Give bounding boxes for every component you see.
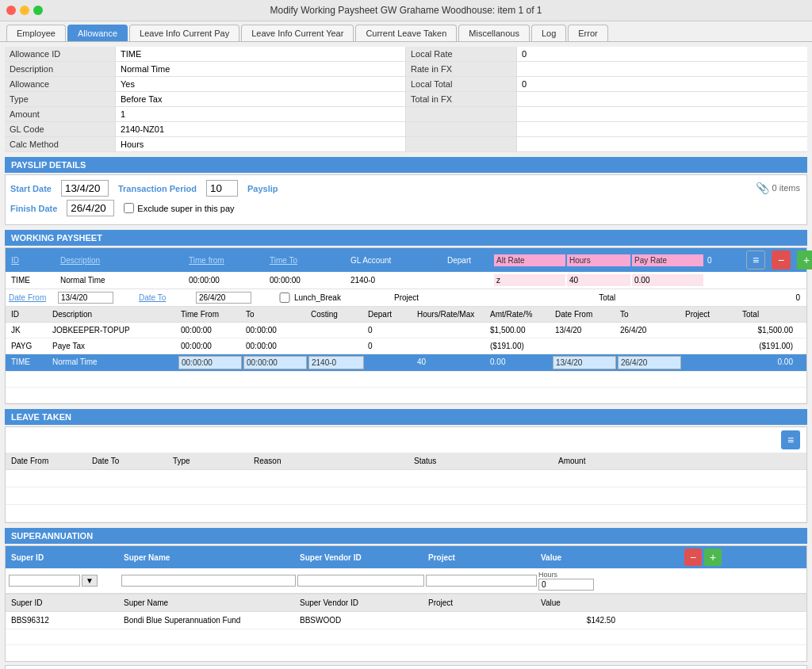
super-empty-row-2 (6, 645, 806, 661)
date-from-label[interactable]: Date From (9, 293, 56, 302)
subrow-payg-description: Paye Tax (50, 340, 177, 352)
super-minus-button[interactable]: − (684, 549, 702, 566)
wp-header-depart: Depart (445, 254, 492, 266)
payslip-start-row: Start Date Transaction Period Payslip (10, 180, 802, 197)
super-value-input[interactable] (538, 579, 594, 591)
lt-header-reason: Reason (251, 455, 410, 467)
leave-taken-toolbar: ≡ (6, 427, 806, 453)
wp-list-button[interactable]: ≡ (746, 250, 765, 270)
super-vendor-id-input[interactable] (297, 575, 424, 587)
wp-header-total: 0 (705, 254, 745, 266)
transaction-period-input[interactable] (206, 180, 238, 197)
wp-header-hours: Hours (567, 254, 630, 266)
wp-minus-button[interactable]: − (772, 250, 791, 270)
tab-miscellanous[interactable]: Miscellanous (458, 25, 530, 41)
tab-leave-info-current-pay[interactable]: Leave Info Current Pay (129, 25, 239, 41)
maximize-button[interactable] (33, 6, 43, 15)
transaction-period-label[interactable]: Transaction Period (118, 184, 197, 193)
wp-header-time-to[interactable]: Time To (267, 254, 347, 266)
wp-row-id: TIME (9, 274, 56, 286)
super-plus-button[interactable]: + (704, 549, 722, 566)
wp-plus-button[interactable]: + (797, 250, 812, 270)
wp-row-time-from: 00:00:00 (186, 274, 266, 286)
tab-log[interactable]: Log (531, 25, 566, 41)
subrow-jk-total: $1,500.00 (740, 324, 795, 336)
allowance-id-label: Allowance ID (5, 47, 116, 61)
allowance-value: Yes (116, 77, 406, 91)
subrow-payg-to: 00:00:00 (243, 340, 307, 352)
super-data-header-project: Project (426, 597, 537, 609)
wp-column-headers: ID Description Time from Time To GL Acco… (6, 248, 806, 272)
superannuation-header: SUPERANNUATION (5, 528, 807, 544)
super-id-input-group: ▼ (9, 575, 120, 587)
wp-header-id[interactable]: ID (9, 254, 56, 266)
leave-taken-column-headers: Date From Date To Type Reason Status Amo… (6, 453, 806, 470)
field-row-allowance-id: Allowance ID TIME Local Rate 0 (5, 47, 807, 62)
tab-allowance[interactable]: Allowance (67, 25, 128, 41)
leave-taken-header: LEAVE TAKEN (5, 409, 807, 425)
super-data-headers: Super ID Super Name Super Vendor ID Proj… (6, 594, 806, 612)
wp-header-time-from[interactable]: Time from (186, 254, 266, 266)
local-total-label: Local Total (406, 77, 517, 91)
payslip-link[interactable]: Payslip (247, 184, 278, 193)
exclude-super-label: Exclude super in this pay (137, 204, 234, 213)
subrow-time-project (683, 356, 738, 369)
sub-header-depart: Depart (366, 308, 413, 320)
total-in-fx-label: Total in FX (406, 92, 517, 106)
payslip-details-section: 📎 0 items Start Date Transaction Period … (5, 174, 807, 225)
payslip-details-header: PAYSLIP DETAILS (5, 157, 807, 173)
tab-current-leave-taken[interactable]: Current Leave Taken (355, 25, 457, 41)
payslip-items-count: 📎 0 items (756, 182, 800, 194)
tab-leave-info-current-year[interactable]: Leave Info Current Year (241, 25, 354, 41)
gl-code-value: 2140-NZ01 (116, 122, 406, 136)
sub-header-id: ID (9, 308, 48, 320)
start-date-input[interactable] (61, 180, 109, 197)
wp-header-pay-rate: Pay Rate (632, 254, 703, 266)
allowance-form: Allowance ID TIME Local Rate 0 Descripti… (5, 47, 807, 152)
wp-row-time-to: 00:00:00 (267, 274, 347, 286)
leave-taken-list-button[interactable]: ≡ (781, 430, 800, 449)
sub-header-project: Project (683, 308, 738, 320)
finish-date-input[interactable] (67, 200, 114, 216)
lt-empty-row-2 (6, 487, 806, 505)
tab-employee[interactable]: Employee (6, 25, 66, 41)
super-data-header-value: Value (538, 597, 618, 609)
wp-row-pay-rate: 0.00 (632, 274, 703, 286)
minimize-button[interactable] (20, 6, 29, 15)
local-total-value: 0 (517, 77, 807, 91)
wp-row-total (705, 279, 745, 282)
super-name-input[interactable] (121, 575, 296, 587)
date-to-label[interactable]: Date To (139, 293, 194, 302)
project-label: Project (394, 293, 419, 302)
super-project-input[interactable] (426, 575, 537, 587)
super-id-input[interactable] (9, 575, 80, 587)
exclude-super-checkbox[interactable] (124, 203, 134, 213)
date-from-input[interactable] (58, 292, 113, 304)
close-button[interactable] (6, 6, 16, 15)
lt-header-amount: Amount (556, 455, 651, 467)
date-to-input[interactable] (196, 292, 251, 304)
subrow-jk-id: JK (9, 324, 48, 336)
lunch-break-checkbox[interactable] (277, 292, 293, 303)
empty-label-calc (406, 137, 517, 151)
tab-error[interactable]: Error (568, 25, 607, 41)
finish-date-label[interactable]: Finish Date (10, 204, 57, 213)
total-in-fx-value (517, 92, 807, 106)
wp-empty-row-1 (6, 372, 806, 388)
sub-header-time-from: Time From (178, 308, 242, 320)
wp-row-depart (445, 279, 492, 282)
subrow-time[interactable]: TIME Normal Time 00:00:00 00:00:00 2140-… (6, 354, 806, 372)
calc-method-value: Hours (116, 137, 406, 151)
traffic-lights (6, 6, 43, 15)
wp-date-row: Date From Date To Lunch_Break Project To… (6, 289, 806, 307)
wp-header-description[interactable]: Description (58, 254, 185, 266)
subrow-time-datefrom: 13/4/20 (553, 356, 616, 369)
total-value: 0 (795, 293, 800, 302)
start-date-label[interactable]: Start Date (10, 184, 52, 193)
subrow-jk-project (683, 324, 738, 336)
super-id-dropdown-button[interactable]: ▼ (82, 575, 98, 587)
sub-header-amt-rate-pct: Amt/Rate/% (488, 308, 551, 320)
subrow-time-dateto: 26/4/20 (618, 356, 681, 369)
subrow-jk-depart: 0 (366, 324, 413, 336)
field-row-calc-method: Calc Method Hours (5, 137, 807, 152)
